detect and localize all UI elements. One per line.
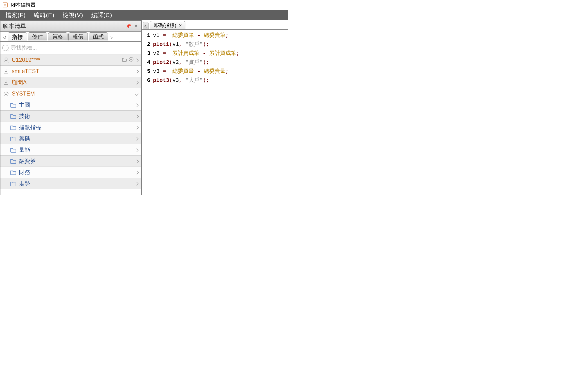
code-line[interactable]: plot2(v2, "實戶");	[153, 58, 288, 67]
tree-group-label: U12019****	[12, 57, 121, 63]
token-var	[206, 50, 209, 56]
token-kw: plot3	[153, 77, 169, 83]
tree-folder[interactable]: 技術	[0, 111, 141, 122]
token-op: -	[197, 32, 201, 38]
token-str: "實戶"	[185, 59, 203, 65]
tree-folder[interactable]: 主圖	[0, 99, 141, 111]
token-op: =	[163, 50, 166, 56]
download-icon	[2, 79, 10, 85]
tree-group[interactable]: smileTEST	[0, 66, 141, 77]
token-punc: )	[203, 77, 206, 83]
chevron-down-icon	[135, 91, 139, 97]
editor-tab-close-icon[interactable]: ✕	[179, 23, 182, 28]
code-line[interactable]: plot3(v3, "大戶");	[153, 76, 288, 85]
token-op: -	[197, 68, 201, 74]
token-punc: ;	[206, 41, 209, 48]
svg-point-2	[6, 73, 6, 74]
chevron-right-icon	[135, 158, 139, 164]
svg-point-0	[5, 58, 7, 60]
tree-folder[interactable]: 指數指標	[0, 122, 141, 133]
menu-item[interactable]: 檔案(F)	[1, 10, 30, 20]
tree-group[interactable]: U12019****	[0, 54, 141, 66]
editor-panel: ◁ 籌碼(指標) ✕ 123456 v1 = 總委買筆 - 總委賣筆;plot1…	[142, 20, 288, 195]
code-line[interactable]: plot1(v1, "散戶");	[153, 40, 288, 49]
folder-icon	[9, 147, 17, 153]
tree-folder-label: 走勢	[19, 180, 135, 187]
token-kw: plot2	[153, 59, 169, 65]
menu-item[interactable]: 編譯(C)	[87, 10, 116, 20]
tree-folder[interactable]: 籌碼	[0, 133, 141, 144]
tree-group-label: SYSTEM	[12, 90, 135, 97]
add-icon[interactable]	[128, 57, 135, 63]
close-icon[interactable]: ✕	[133, 23, 139, 29]
editor-tabs-scroll-left-icon[interactable]: ◁	[143, 22, 148, 29]
token-ident: 累計賣成筆	[172, 50, 199, 56]
token-var	[182, 77, 185, 83]
menu-item[interactable]: 編輯(E)	[30, 10, 58, 20]
tree-folder-label: 指數指標	[19, 124, 135, 131]
tree-folder[interactable]: 融資券	[0, 156, 141, 167]
code-editor[interactable]: 123456 v1 = 總委買筆 - 總委賣筆;plot1(v1, "散戶");…	[142, 30, 288, 85]
search-input[interactable]	[9, 43, 140, 52]
token-var: v2	[172, 59, 179, 65]
tree-folder[interactable]: 財務	[0, 167, 141, 178]
chevron-right-icon	[135, 57, 139, 63]
tree-folder[interactable]: 走勢	[0, 178, 141, 189]
category-tab[interactable]: 策略	[48, 32, 67, 40]
tree-group[interactable]: 顧問A	[0, 77, 141, 88]
chevron-right-icon	[135, 102, 139, 108]
tree-group[interactable]: SYSTEM	[0, 88, 141, 99]
token-punc: ;	[236, 50, 239, 56]
folder-icon	[9, 113, 17, 119]
tree-folder[interactable]: 量能	[0, 144, 141, 156]
token-var	[182, 59, 185, 65]
code-area[interactable]: v1 = 總委買筆 - 總委賣筆;plot1(v1, "散戶");v2 = 累計…	[153, 31, 288, 85]
gear-icon	[2, 91, 10, 97]
editor-tab[interactable]: 籌碼(指標) ✕	[150, 21, 185, 29]
menubar: 檔案(F)編輯(E)檢視(V)編譯(C)	[0, 10, 288, 20]
script-editor-window: 拖 腳本編輯器 檔案(F)編輯(E)檢視(V)編譯(C) 腳本清單 📌 ✕ ◁ …	[0, 0, 288, 195]
code-line[interactable]: v3 = 總委買量 - 總委賣量;	[153, 67, 288, 76]
tabs-scroll-right-icon[interactable]: ▷	[109, 33, 114, 41]
tree-folder-label: 融資券	[19, 157, 135, 165]
token-str: "散戶"	[185, 41, 203, 48]
token-punc: ,	[179, 59, 182, 65]
tree-folder-label: 主圖	[19, 101, 135, 108]
editor-tab-label: 籌碼(指標)	[153, 22, 176, 29]
tabs-scroll-left-icon[interactable]: ◁	[1, 33, 7, 41]
app-title: 腳本編輯器	[11, 1, 35, 8]
folder-icon	[9, 181, 17, 186]
line-number: 6	[142, 76, 150, 85]
token-var	[194, 32, 197, 38]
category-tab[interactable]: 指標	[8, 32, 27, 41]
line-number: 3	[142, 49, 150, 58]
pin-icon[interactable]: 📌	[124, 23, 133, 29]
line-number: 4	[142, 58, 150, 67]
token-ident: 總委賣筆	[204, 32, 226, 38]
category-tab[interactable]: 函式	[89, 32, 108, 40]
token-str: "大戶"	[185, 77, 203, 83]
line-number: 1	[142, 31, 150, 40]
chevron-right-icon	[135, 113, 139, 119]
category-tab[interactable]: 報價	[68, 32, 88, 40]
text-cursor	[240, 51, 240, 56]
token-punc: (	[169, 77, 172, 83]
script-list-panel: 腳本清單 📌 ✕ ◁ 指標條件策略報價函式 ▷ U12019****smileT…	[0, 20, 142, 195]
chevron-right-icon	[135, 68, 139, 74]
token-punc: ;	[226, 32, 229, 38]
tree-folder-label: 技術	[19, 112, 135, 120]
new-folder-icon[interactable]	[121, 57, 128, 63]
token-op: -	[203, 50, 206, 56]
category-tab[interactable]: 條件	[28, 32, 47, 40]
token-kw: plot1	[153, 41, 169, 48]
tree-folder-label: 籌碼	[19, 135, 135, 142]
panel-header: 腳本清單 📌 ✕	[0, 20, 141, 32]
panel-title: 腳本清單	[3, 22, 26, 30]
chevron-right-icon	[135, 169, 139, 175]
code-line[interactable]: v2 = 累計賣成筆 - 累計買成筆;	[153, 49, 288, 58]
code-line[interactable]: v1 = 總委買筆 - 總委賣筆;	[153, 31, 288, 40]
person-icon	[2, 57, 10, 63]
script-tree: U12019****smileTEST顧問ASYSTEM 主圖技術指數指標籌碼量…	[0, 54, 141, 195]
download-icon	[2, 68, 10, 74]
menu-item[interactable]: 檢視(V)	[58, 10, 87, 20]
